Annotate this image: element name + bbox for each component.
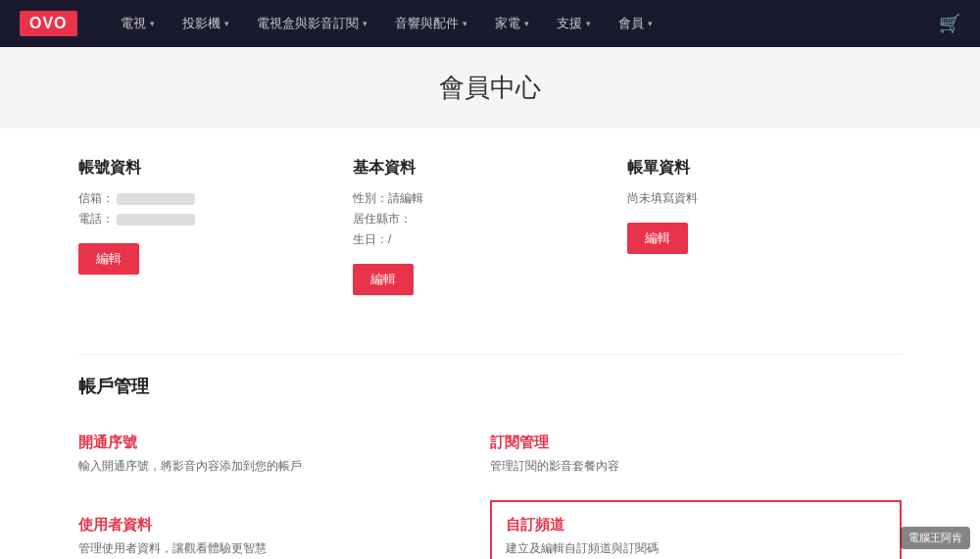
account-card: 帳號資料 信箱： 電話： 編輯: [78, 158, 353, 315]
nav-item-tv[interactable]: 電視 ▾: [107, 0, 169, 47]
basic-card-title: 基本資料: [353, 158, 608, 178]
nav-item-projector[interactable]: 投影機 ▾: [169, 0, 243, 47]
custom-channel-title[interactable]: 自訂頻道: [506, 516, 886, 534]
info-cards: 帳號資料 信箱： 電話： 編輯 基本資料 性別：請編輯 居住縣市： 生日：/ 編…: [78, 158, 902, 315]
navbar: OVO 電視 ▾ 投影機 ▾ 電視盒與影音訂閱 ▾ 音響與配件 ▾ 家電 ▾ 支…: [0, 0, 980, 47]
main-content: 帳號資料 信箱： 電話： 編輯 基本資料 性別：請編輯 居住縣市： 生日：/ 編…: [0, 128, 980, 559]
mgmt-item-custom-channel: 自訂頻道 建立及編輯自訂頻道與訂閱碼: [490, 500, 902, 559]
account-card-title: 帳號資料: [78, 158, 333, 178]
chevron-down-icon: ▾: [150, 19, 155, 28]
activation-title[interactable]: 開通序號: [78, 433, 490, 452]
subscription-desc: 管理訂閱的影音套餐內容: [490, 458, 902, 475]
nav-item-tvbox[interactable]: 電視盒與影音訂閱 ▾: [243, 0, 381, 47]
chevron-down-icon: ▾: [586, 19, 591, 28]
custom-channel-desc: 建立及編輯自訂頻道與訂閱碼: [506, 540, 886, 557]
account-edit-button[interactable]: 編輯: [78, 243, 139, 275]
mgmt-item-activation: 開通序號 輸入開通序號，將影音內容添加到您的帳戶: [78, 418, 490, 490]
billing-card: 帳單資料 尚未填寫資料 編輯: [627, 158, 902, 315]
account-phone-value: [117, 214, 195, 226]
activation-desc: 輸入開通序號，將影音內容添加到您的帳戶: [78, 458, 490, 475]
chevron-down-icon: ▾: [224, 19, 229, 28]
logo[interactable]: OVO: [20, 11, 77, 36]
nav-item-member[interactable]: 會員 ▾: [605, 0, 666, 47]
divider-1: [78, 354, 902, 355]
account-phone-label: 電話：: [78, 211, 333, 228]
basic-city: 居住縣市：: [353, 211, 608, 228]
chevron-down-icon: ▾: [524, 19, 529, 28]
account-email-label: 信箱：: [78, 190, 333, 207]
page-header: 會員中心: [0, 47, 980, 128]
nav-item-appliance[interactable]: 家電 ▾: [481, 0, 543, 47]
account-mgmt-section: 帳戶管理 開通序號 輸入開通序號，將影音內容添加到您的帳戶 訂閱管理 管理訂閱的…: [78, 375, 902, 559]
userinfo-desc: 管理使用者資料，讓觀看體驗更智慧: [78, 540, 490, 557]
userinfo-title[interactable]: 使用者資料: [78, 516, 490, 534]
chevron-down-icon: ▾: [648, 19, 653, 28]
chevron-down-icon: ▾: [463, 19, 467, 28]
basic-card: 基本資料 性別：請編輯 居住縣市： 生日：/ 編輯: [353, 158, 627, 315]
billing-card-title: 帳單資料: [627, 158, 882, 178]
mgmt-item-subscription: 訂閱管理 管理訂閱的影音套餐內容: [490, 418, 902, 490]
mgmt-item-userinfo: 使用者資料 管理使用者資料，讓觀看體驗更智慧: [78, 500, 490, 559]
basic-edit-button[interactable]: 編輯: [353, 264, 414, 295]
nav-item-support[interactable]: 支援 ▾: [543, 0, 605, 47]
page-title: 會員中心: [0, 71, 980, 105]
watermark: 電腦王阿肯: [901, 527, 970, 549]
mgmt-grid: 開通序號 輸入開通序號，將影音內容添加到您的帳戶 訂閱管理 管理訂閱的影音套餐內…: [78, 418, 902, 559]
nav-item-audio[interactable]: 音響與配件 ▾: [381, 0, 481, 47]
nav-links: 電視 ▾ 投影機 ▾ 電視盒與影音訂閱 ▾ 音響與配件 ▾ 家電 ▾ 支援 ▾ …: [107, 0, 939, 47]
basic-gender: 性別：請編輯: [353, 190, 608, 207]
cart-icon[interactable]: 🛒: [939, 13, 960, 34]
chevron-down-icon: ▾: [363, 19, 368, 28]
billing-edit-button[interactable]: 編輯: [627, 223, 688, 254]
basic-birthday: 生日：/: [353, 231, 608, 248]
account-mgmt-title: 帳戶管理: [78, 375, 902, 398]
billing-empty-label: 尚未填寫資料: [627, 190, 882, 207]
account-email-value: [117, 193, 195, 205]
subscription-title[interactable]: 訂閱管理: [490, 433, 902, 452]
